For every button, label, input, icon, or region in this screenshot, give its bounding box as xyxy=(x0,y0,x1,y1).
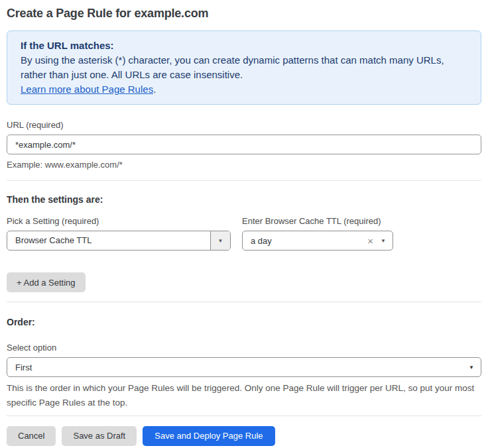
setting-select[interactable]: Browser Cache TTL ▼ xyxy=(7,231,231,251)
section-divider xyxy=(7,302,481,302)
footer-divider xyxy=(7,416,481,416)
section-divider xyxy=(7,180,481,181)
url-match-info-banner: If the URL matches: By using the asteris… xyxy=(7,30,481,105)
info-banner-body-line1: By using the asterisk (*) character, you… xyxy=(21,53,467,68)
order-select-label: Select option xyxy=(7,343,481,353)
footer-actions: Cancel Save as Draft Save and Deploy Pag… xyxy=(7,426,481,446)
ttl-select-value: a day xyxy=(243,236,361,246)
chevron-down-icon: ▼ xyxy=(462,364,481,370)
clear-icon[interactable]: × xyxy=(361,236,379,246)
link-suffix-text: . xyxy=(153,84,156,95)
save-and-deploy-button[interactable]: Save and Deploy Page Rule xyxy=(143,426,274,446)
chevron-down-icon[interactable]: ▼ xyxy=(379,238,393,244)
url-example-helper: Example: www.example.com/* xyxy=(7,160,481,170)
cancel-button[interactable]: Cancel xyxy=(7,426,56,446)
page-title: Create a Page Rule for example.com xyxy=(7,6,481,21)
chevron-down-icon: ▼ xyxy=(218,238,223,244)
ttl-select[interactable]: a day × ▼ xyxy=(242,231,393,251)
setting-select-arrow-button[interactable]: ▼ xyxy=(210,231,230,250)
url-input[interactable] xyxy=(7,135,481,154)
order-select[interactable]: First ▼ xyxy=(7,357,481,377)
settings-row: Pick a Setting (required) Browser Cache … xyxy=(7,205,481,251)
ttl-label: Enter Browser Cache TTL (required) xyxy=(242,216,393,226)
learn-more-link[interactable]: Learn more about Page Rules xyxy=(21,84,153,95)
order-helper-text: This is the order in which your Page Rul… xyxy=(7,381,481,410)
add-setting-button[interactable]: + Add a Setting xyxy=(7,272,86,292)
create-page-rule-form: Create a Page Rule for example.com If th… xyxy=(0,0,488,446)
pick-setting-label: Pick a Setting (required) xyxy=(7,216,231,226)
settings-section-heading: Then the settings are: xyxy=(7,194,481,205)
order-section-heading: Order: xyxy=(7,317,481,327)
order-select-value: First xyxy=(7,363,462,372)
setting-select-value: Browser Cache TTL xyxy=(7,231,210,250)
url-field-label: URL (required) xyxy=(7,120,481,130)
save-as-draft-button[interactable]: Save as Draft xyxy=(62,426,137,446)
info-banner-heading: If the URL matches: xyxy=(21,38,467,53)
info-banner-body-line2: rather than just one. All URLs are case … xyxy=(21,68,467,82)
